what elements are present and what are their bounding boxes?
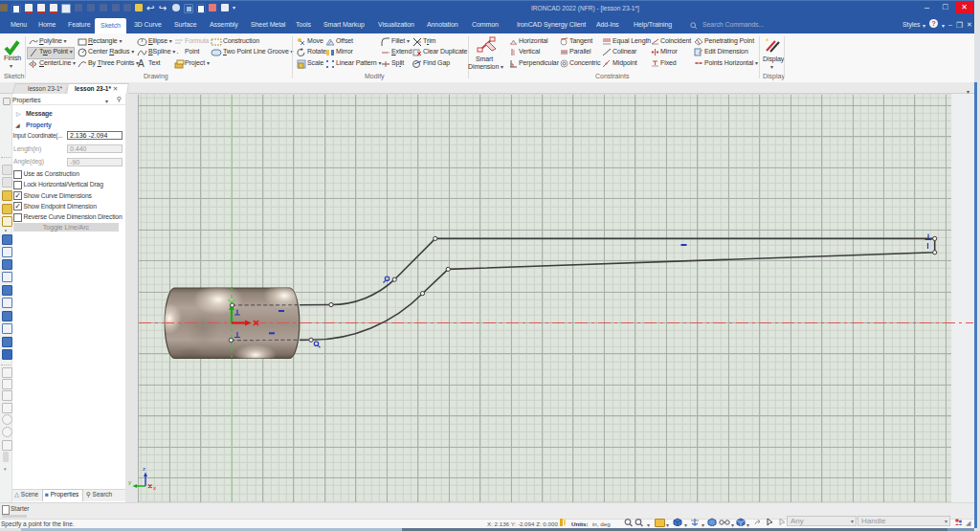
svg-text:z: z <box>143 466 145 472</box>
svg-text:x: x <box>153 485 156 491</box>
svg-text:y: y <box>128 479 131 485</box>
